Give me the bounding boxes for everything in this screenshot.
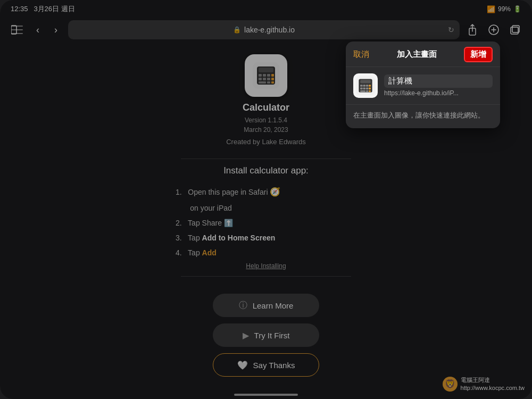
svg-rect-34	[366, 90, 369, 92]
panel-app-url: https://lake-e.github.io/iP...	[384, 89, 493, 97]
panel-cancel-button[interactable]: 取消	[353, 49, 369, 60]
panel-app-row: https://lake-e.github.io/iP...	[346, 67, 500, 105]
svg-rect-28	[369, 85, 371, 87]
svg-rect-30	[363, 88, 366, 90]
panel-header: 取消 加入主畫面 新增	[346, 41, 500, 67]
svg-rect-33	[360, 90, 365, 92]
svg-rect-31	[366, 88, 369, 90]
panel-app-info: https://lake-e.github.io/iP...	[384, 74, 493, 97]
svg-rect-35	[369, 90, 371, 92]
svg-rect-24	[360, 80, 371, 83]
add-to-home-panel: 取消 加入主畫面 新增	[346, 41, 500, 128]
panel-add-button[interactable]: 新增	[464, 47, 493, 62]
ipad-frame: 12:35 3月26日 週日 📶 99% 🔋 ‹ › 🔒 lake-e.gith…	[0, 0, 532, 399]
panel-app-name-input[interactable]	[384, 74, 493, 88]
panel-description: 在主畫面加入圖像，讓你快速連接此網站。	[346, 105, 500, 128]
svg-rect-26	[363, 85, 366, 87]
svg-rect-32	[369, 88, 371, 90]
svg-rect-27	[366, 85, 369, 87]
svg-rect-25	[360, 85, 363, 87]
panel-app-icon	[353, 73, 378, 98]
svg-rect-29	[360, 88, 363, 90]
panel-title: 加入主畫面	[397, 49, 437, 60]
